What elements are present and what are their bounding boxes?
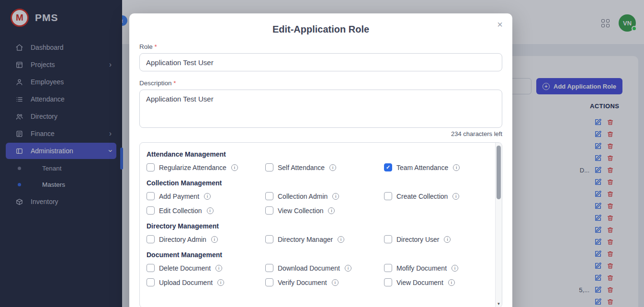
permission-team-attendance[interactable]: ✓Team Attendancei [384, 163, 489, 171]
info-icon[interactable]: i [207, 207, 214, 214]
info-icon[interactable]: i [345, 265, 351, 272]
permission-collection-admin[interactable]: Collection Admini [265, 192, 384, 200]
scroll-down-icon[interactable]: ▼ [497, 302, 501, 306]
permission-view-collection[interactable]: View Collectioni [265, 206, 384, 215]
permission-label: Add Payment [159, 193, 199, 200]
permission-directory-user[interactable]: Directory Useri [384, 235, 489, 243]
permission-upload-document[interactable]: Upload Documenti [147, 278, 265, 286]
description-label: Description * [139, 80, 502, 87]
permission-grid: Delete DocumentiDownload DocumentiMofify… [147, 264, 494, 286]
info-icon[interactable]: i [332, 279, 339, 286]
permission-label: Regularize Attendance [159, 164, 226, 171]
permission-view-document[interactable]: View Documenti [384, 278, 489, 286]
permission-grid: Directory AdminiDirectory ManageriDirect… [147, 235, 494, 243]
permission-directory-manager[interactable]: Directory Manageri [265, 235, 384, 243]
checkbox[interactable]: ✓ [384, 163, 392, 171]
modal-title: Edit-Application Role [129, 13, 512, 35]
scrollbar[interactable]: ▼ [495, 143, 502, 307]
info-icon[interactable]: i [215, 265, 222, 272]
app-root: M PMS DashboardProjects›EmployeesAttenda… [0, 0, 644, 307]
edit-application-role-modal: Edit-Application Role × Role * Descripti… [129, 13, 512, 307]
permission-regularize-attendance[interactable]: Regularize Attendancei [147, 163, 265, 171]
checkbox[interactable] [147, 278, 155, 286]
required-asterisk: * [155, 43, 157, 50]
close-icon[interactable]: × [497, 19, 503, 30]
permissions-content: Attendance ManagementRegularize Attendan… [140, 143, 494, 287]
checkbox[interactable] [147, 264, 155, 272]
checkbox[interactable] [147, 235, 155, 243]
permission-section-title: Attendance Management [147, 150, 494, 158]
permission-label: View Collection [278, 207, 323, 215]
permission-label: View Document [396, 279, 443, 286]
role-input[interactable] [139, 53, 502, 71]
checkbox[interactable] [147, 206, 155, 215]
checkbox[interactable] [265, 192, 273, 200]
info-icon[interactable]: i [329, 164, 336, 171]
checkbox[interactable] [384, 264, 392, 272]
permission-mofify-document[interactable]: Mofify Documenti [384, 264, 489, 272]
info-icon[interactable]: i [217, 279, 224, 286]
checkbox[interactable] [265, 235, 273, 243]
permission-label: Directory Manager [278, 236, 333, 243]
info-icon[interactable]: i [453, 164, 460, 171]
permission-label: Self Attendance [278, 164, 325, 171]
permission-section-title: Collection Management [147, 179, 494, 187]
permission-section-title: Directory Management [147, 222, 494, 230]
checkbox[interactable] [384, 278, 392, 286]
checkbox[interactable] [384, 192, 392, 200]
permission-section-title: Document Management [147, 251, 494, 259]
permission-label: Directory User [396, 236, 439, 243]
characters-left-counter: 234 characters left [139, 130, 502, 137]
permission-label: Delete Document [159, 264, 211, 272]
checkbox[interactable] [384, 235, 392, 243]
permission-directory-admin[interactable]: Directory Admini [147, 235, 265, 243]
role-label-text: Role [139, 43, 153, 50]
permission-download-document[interactable]: Download Documenti [265, 264, 384, 272]
scrollbar-thumb[interactable] [497, 146, 501, 199]
info-icon[interactable]: i [444, 236, 451, 243]
permission-label: Collection Admin [278, 193, 328, 200]
description-input[interactable]: Application Test User [139, 90, 502, 128]
permission-label: Team Attendance [396, 164, 448, 171]
permission-self-attendance[interactable]: Self Attendancei [265, 163, 384, 171]
info-icon[interactable]: i [328, 207, 335, 214]
checkbox[interactable] [265, 264, 273, 272]
permission-label: Upload Document [159, 279, 213, 286]
checkbox[interactable] [265, 163, 273, 171]
permission-label: Download Document [278, 264, 340, 272]
role-label: Role * [139, 43, 502, 50]
permission-add-payment[interactable]: Add Paymenti [147, 192, 265, 200]
checkbox[interactable] [265, 206, 273, 215]
permission-label: Mofify Document [396, 264, 447, 272]
info-icon[interactable]: i [231, 164, 238, 171]
info-icon[interactable]: i [332, 193, 339, 200]
permission-create-collection[interactable]: Create Collectioni [384, 192, 489, 200]
permission-label: Directory Admin [159, 236, 206, 243]
checkbox[interactable] [147, 192, 155, 200]
info-icon[interactable]: i [448, 279, 455, 286]
permission-label: Verify Document [278, 279, 327, 286]
permission-grid: Add PaymentiCollection AdminiCreate Coll… [147, 192, 494, 215]
permission-label: Edit Collection [159, 207, 202, 215]
permission-edit-collection[interactable]: Edit Collectioni [147, 206, 265, 215]
checkbox[interactable] [265, 278, 273, 286]
required-asterisk: * [173, 80, 176, 87]
info-icon[interactable]: i [211, 236, 218, 243]
permission-label: Create Collection [396, 193, 448, 200]
info-icon[interactable]: i [338, 236, 344, 243]
permission-delete-document[interactable]: Delete Documenti [147, 264, 265, 272]
permission-grid: Regularize AttendanceiSelf Attendancei✓T… [147, 163, 494, 171]
permissions-panel: Attendance ManagementRegularize Attendan… [139, 142, 502, 307]
description-label-text: Description [139, 80, 172, 87]
info-icon[interactable]: i [452, 265, 458, 272]
checkbox[interactable] [147, 163, 155, 171]
permission-verify-document[interactable]: Verify Documenti [265, 278, 384, 286]
info-icon[interactable]: i [204, 193, 211, 200]
info-icon[interactable]: i [452, 193, 459, 200]
